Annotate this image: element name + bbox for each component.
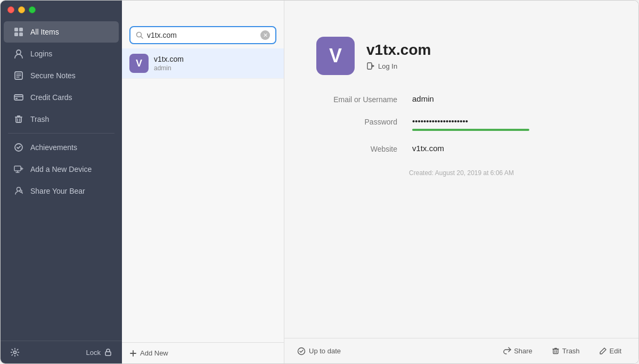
edit-label: Edit xyxy=(610,347,621,355)
trash-label: Trash xyxy=(30,115,49,123)
share-button[interactable]: Share xyxy=(499,345,537,357)
edit-icon xyxy=(599,347,607,355)
search-bar: ✕ xyxy=(129,26,276,44)
sidebar-item-secure-notes[interactable]: Secure Notes xyxy=(4,65,119,86)
login-label: Log In xyxy=(378,62,397,70)
svg-rect-12 xyxy=(16,117,21,122)
maximize-button[interactable] xyxy=(29,6,36,13)
svg-point-21 xyxy=(20,190,22,192)
svg-point-29 xyxy=(298,348,305,354)
secure-notes-icon xyxy=(13,70,24,81)
created-text: Created: August 20, 2019 at 6:06 AM xyxy=(316,169,607,177)
svg-rect-1 xyxy=(19,28,23,31)
search-icon xyxy=(136,31,143,39)
credit-cards-icon xyxy=(13,92,24,103)
svg-rect-28 xyxy=(367,63,372,69)
sidebar-item-add-new-device[interactable]: Add a New Device xyxy=(4,159,119,180)
achievements-label: Achievements xyxy=(30,143,77,152)
svg-rect-16 xyxy=(14,166,21,171)
detail-avatar: V xyxy=(316,37,355,75)
password-field: Password •••••••••••••••••••• xyxy=(316,117,607,131)
up-to-date-label: Up to date xyxy=(309,347,341,355)
detail-fields: Email or Username admin Password •••••••… xyxy=(316,94,607,153)
add-device-icon xyxy=(13,164,24,175)
edit-button[interactable]: Edit xyxy=(595,345,626,357)
email-value: admin xyxy=(412,94,607,103)
achievements-icon xyxy=(13,142,24,153)
detail-title: v1tx.com xyxy=(366,42,431,59)
sidebar-nav: All Items Logins Secure No xyxy=(1,21,122,341)
sidebar-item-share-your-bear[interactable]: Share Your Bear xyxy=(4,180,119,202)
add-new-device-label: Add a New Device xyxy=(30,165,92,173)
detail-content: V v1tx.com Log In Email or Username admi… xyxy=(284,21,638,338)
login-button[interactable]: Log In xyxy=(366,62,431,70)
minimize-button[interactable] xyxy=(18,6,25,13)
sidebar-item-credit-cards[interactable]: Credit Cards xyxy=(4,87,119,108)
share-label: Share xyxy=(514,347,532,355)
sidebar-item-achievements[interactable]: Achievements xyxy=(4,137,119,158)
svg-rect-9 xyxy=(14,95,23,100)
check-circle-icon xyxy=(297,347,306,355)
detail-footer: Up to date Share Trash xyxy=(284,338,638,363)
settings-button[interactable] xyxy=(10,348,20,357)
svg-rect-2 xyxy=(14,32,18,36)
svg-line-25 xyxy=(141,37,143,39)
all-items-icon xyxy=(13,27,24,37)
share-your-bear-label: Share Your Bear xyxy=(30,187,85,195)
website-field: Website v1tx.com xyxy=(316,144,607,153)
sidebar-bottom: Lock xyxy=(1,341,122,363)
plus-icon xyxy=(129,350,137,357)
footer-actions: Share Trash Edit xyxy=(499,345,626,357)
list-item[interactable]: V v1tx.com admin xyxy=(122,48,284,79)
sidebar-item-trash[interactable]: Trash xyxy=(4,109,119,130)
trash-detail-icon xyxy=(552,347,560,355)
sidebar: All Items Logins Secure No xyxy=(1,1,122,363)
logins-icon xyxy=(13,48,24,59)
item-subtitle: admin xyxy=(154,64,276,72)
trash-icon xyxy=(13,114,24,125)
traffic-lights xyxy=(7,6,36,13)
svg-rect-30 xyxy=(553,349,558,354)
middle-panel: ✕ V v1tx.com admin Add New xyxy=(122,1,284,363)
lock-label: Lock xyxy=(86,349,101,357)
item-info: v1tx.com admin xyxy=(154,55,276,72)
sidebar-item-logins[interactable]: Logins xyxy=(4,43,119,64)
add-new-button[interactable]: Add New xyxy=(122,342,284,363)
detail-panel: V v1tx.com Log In Email or Username admi… xyxy=(284,1,638,363)
share-icon xyxy=(503,347,511,355)
lock-icon xyxy=(104,348,112,357)
credit-cards-label: Credit Cards xyxy=(30,93,72,102)
password-label: Password xyxy=(316,117,412,126)
password-value: •••••••••••••••••••• xyxy=(412,117,607,131)
item-avatar: V xyxy=(129,54,149,73)
sidebar-item-all-items[interactable]: All Items xyxy=(4,21,119,43)
password-dots: •••••••••••••••••••• xyxy=(412,117,607,126)
svg-rect-23 xyxy=(105,352,111,355)
add-new-label: Add New xyxy=(140,349,168,357)
share-bear-icon xyxy=(13,186,24,196)
password-strength-bar xyxy=(412,129,529,131)
email-label: Email or Username xyxy=(316,94,412,104)
all-items-label: All Items xyxy=(30,28,59,36)
sidebar-divider xyxy=(8,133,114,134)
svg-rect-0 xyxy=(14,28,18,31)
search-clear-button[interactable]: ✕ xyxy=(260,30,270,40)
lock-button[interactable]: Lock xyxy=(86,348,112,357)
svg-rect-3 xyxy=(19,32,23,36)
up-to-date: Up to date xyxy=(297,347,341,355)
secure-notes-label: Secure Notes xyxy=(30,71,76,80)
trash-button[interactable]: Trash xyxy=(547,345,584,357)
website-label: Website xyxy=(316,144,412,153)
detail-header: V v1tx.com Log In xyxy=(316,37,607,75)
search-input[interactable] xyxy=(147,31,257,39)
search-bar-wrapper: ✕ xyxy=(122,21,284,48)
svg-point-4 xyxy=(17,50,21,54)
detail-header-info: v1tx.com Log In xyxy=(366,42,431,70)
close-button[interactable] xyxy=(7,6,14,13)
email-field: Email or Username admin xyxy=(316,94,607,104)
website-value: v1tx.com xyxy=(412,144,607,153)
svg-point-22 xyxy=(14,351,17,354)
logins-label: Logins xyxy=(30,49,52,58)
login-icon xyxy=(366,62,375,70)
item-list: V v1tx.com admin xyxy=(122,48,284,342)
